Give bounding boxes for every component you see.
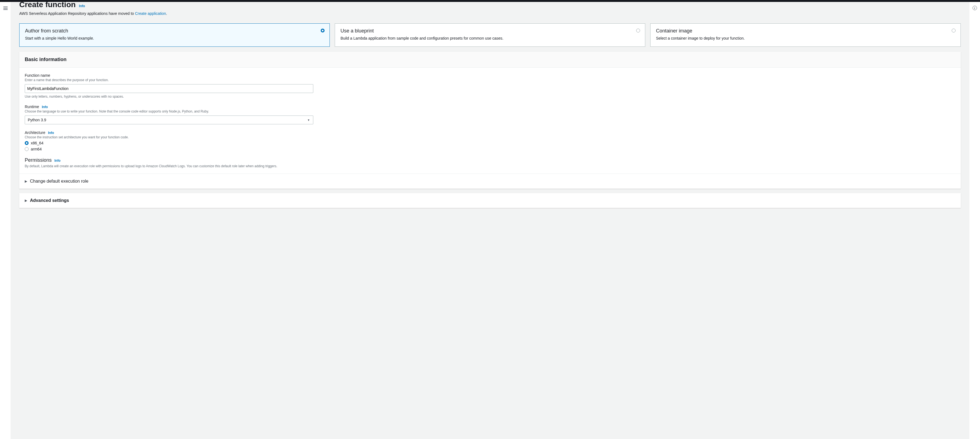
runtime-hint: Choose the language to use to write your… — [25, 110, 955, 113]
caret-right-icon: ▶ — [25, 179, 27, 183]
repo-note-suffix: . — [166, 11, 167, 16]
radio-label: arm64 — [31, 147, 42, 151]
runtime-info-link[interactable]: Info — [42, 105, 48, 109]
function-name-constraint: Use only letters, numbers, hyphens, or u… — [25, 95, 955, 99]
function-name-input[interactable] — [25, 84, 313, 93]
advanced-settings-toggle[interactable]: ▶ Advanced settings — [25, 198, 955, 203]
permissions-group: Permissions Info By default, Lambda will… — [25, 157, 955, 168]
change-execution-role-toggle[interactable]: ▶ Change default execution role — [25, 179, 955, 184]
main-content: Create function Info AWS Serverless Appl… — [11, 2, 969, 439]
repo-moved-note: AWS Serverless Application Repository ap… — [19, 11, 961, 16]
radio-icon — [25, 147, 29, 151]
tile-desc: Build a Lambda application from sample c… — [340, 35, 640, 41]
tile-author-from-scratch[interactable]: Author from scratch Start with a simple … — [19, 23, 330, 47]
architecture-group: Architecture Info Choose the instruction… — [25, 130, 955, 151]
permissions-info-link[interactable]: Info — [54, 159, 60, 163]
radio-icon — [25, 141, 29, 145]
runtime-label: Runtime — [25, 105, 39, 109]
page-title: Create function — [19, 2, 76, 9]
tile-desc: Select a container image to deploy for y… — [656, 35, 955, 41]
tile-title: Author from scratch — [25, 28, 324, 34]
create-application-link[interactable]: Create application — [135, 11, 166, 16]
radio-icon — [321, 29, 325, 32]
change-execution-role-section: ▶ Change default execution role — [19, 174, 961, 189]
caret-right-icon: ▶ — [25, 199, 27, 203]
change-execution-role-label: Change default execution role — [30, 179, 89, 184]
permissions-label: Permissions — [25, 157, 52, 163]
radio-label: x86_64 — [31, 141, 43, 145]
basic-information-panel: Basic information Function name Enter a … — [19, 52, 961, 189]
panel-header: Basic information — [19, 52, 961, 68]
hamburger-icon[interactable] — [3, 6, 8, 11]
permissions-desc: By default, Lambda will create an execut… — [25, 164, 955, 168]
creation-method-tiles: Author from scratch Start with a simple … — [19, 23, 961, 47]
radio-icon — [952, 29, 956, 32]
page-header: Create function Info — [19, 2, 961, 9]
runtime-group: Runtime Info Choose the language to use … — [25, 105, 955, 125]
architecture-hint: Choose the instruction set architecture … — [25, 135, 955, 139]
page-title-info-link[interactable]: Info — [79, 4, 85, 8]
tile-title: Container image — [656, 28, 955, 34]
radio-icon — [636, 29, 640, 32]
tile-use-blueprint[interactable]: Use a blueprint Build a Lambda applicati… — [335, 23, 645, 47]
runtime-select[interactable]: Python 3.9 ▼ — [25, 115, 313, 125]
advanced-settings-label: Advanced settings — [30, 198, 69, 203]
function-name-group: Function name Enter a name that describe… — [25, 73, 955, 99]
architecture-option-x86[interactable]: x86_64 — [25, 141, 955, 145]
chevron-down-icon: ▼ — [307, 118, 310, 121]
runtime-select-value: Python 3.9 — [25, 115, 313, 125]
top-bar — [0, 0, 980, 2]
function-name-label: Function name — [25, 73, 955, 78]
basic-info-heading: Basic information — [25, 57, 955, 62]
help-info-icon[interactable]: i — [972, 6, 977, 10]
architecture-option-arm64[interactable]: arm64 — [25, 147, 955, 151]
right-side-rail: i — [969, 2, 980, 439]
advanced-settings-panel: ▶ Advanced settings — [19, 193, 961, 208]
tile-title: Use a blueprint — [340, 28, 640, 34]
left-side-rail — [0, 2, 11, 439]
function-name-hint: Enter a name that describes the purpose … — [25, 78, 955, 82]
architecture-info-link[interactable]: Info — [48, 131, 54, 135]
repo-note-prefix: AWS Serverless Application Repository ap… — [19, 11, 135, 16]
tile-desc: Start with a simple Hello World example. — [25, 35, 324, 41]
tile-container-image[interactable]: Container image Select a container image… — [650, 23, 961, 47]
architecture-label: Architecture — [25, 130, 45, 135]
